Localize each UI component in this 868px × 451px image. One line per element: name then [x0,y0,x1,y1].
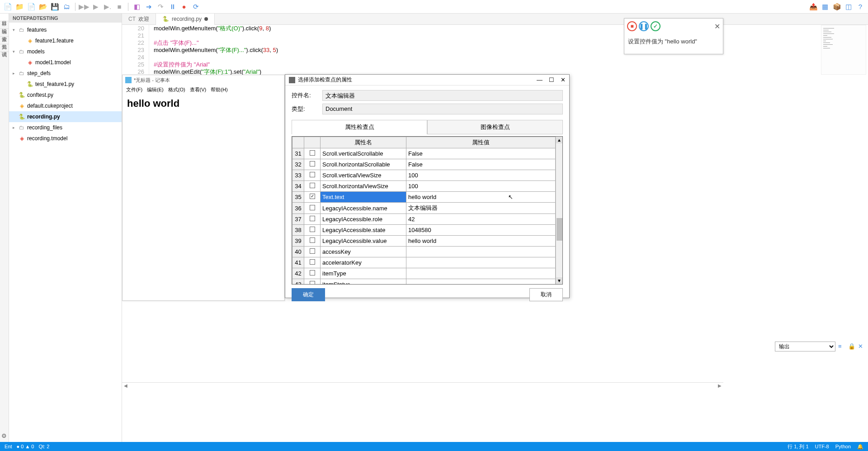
table-row[interactable]: 36LegacyIAccessible.name文本编辑器 [292,203,556,214]
settings-gear-icon[interactable]: ⚙ [0,430,9,442]
property-value-cell[interactable]: False [406,148,556,159]
property-value-cell[interactable] [406,247,556,257]
tree-item[interactable]: ▸🗀step_defs [9,68,122,79]
minimap[interactable]: ▬▬▬▬▬▬▬▬▬▬▬▬▬▬▬▬▬▬▬▬▬▬▬▬▬▬▬▬▬▬▬▬▬▬▬▬▬▬▬▬… [821,25,866,75]
scroll-right-icon[interactable]: ▶ [718,383,722,388]
property-value-cell[interactable] [406,279,556,285]
notepad-menu-help[interactable]: 帮助(H) [211,86,227,93]
table-row[interactable]: 42itemType [292,268,556,279]
row-checkbox-cell[interactable] [304,170,321,181]
table-row[interactable]: 34Scroll.horizontalViewSize100 [292,181,556,192]
recorder-close-icon[interactable]: ✕ [714,22,720,31]
table-row[interactable]: 37LegacyIAccessible.role42 [292,214,556,225]
notepad-menu-format[interactable]: 格式(O) [168,86,185,93]
new-file-icon[interactable]: 📄 [4,3,12,11]
editor-horizontal-scrollbar[interactable]: ◀ ▶ [122,382,723,389]
property-name-cell[interactable]: Scroll.verticalScrollable [321,148,406,159]
notepad-titlebar[interactable]: *无标题 - 记事本 [123,75,284,85]
property-name-cell[interactable]: itemType [321,268,406,279]
close-icon[interactable]: ✕ [561,76,566,83]
table-row[interactable]: 41acceleratorKey [292,257,556,268]
code-content[interactable]: modelWin.getMenuItem("格式(O)").click(9, 8… [149,25,868,75]
property-name-cell[interactable]: Scroll.horizontalViewSize [321,181,406,192]
property-value-cell[interactable]: 1048580 [406,225,556,236]
row-checkbox-cell[interactable] [304,181,321,192]
property-name-cell[interactable]: itemStatus [321,279,406,285]
tree-item[interactable]: ◈model1.tmodel [9,57,122,68]
property-value-cell[interactable]: 100 [406,181,556,192]
output-lock-icon[interactable]: 🔒 [848,343,855,350]
row-checkbox-cell[interactable] [304,192,321,203]
row-checkbox-cell[interactable] [304,268,321,279]
status-cursor-position[interactable]: 行 1, 列 1 [788,443,808,450]
property-value-cell[interactable]: 文本编辑器 [406,203,556,214]
record-check-icon[interactable]: ✓ [651,21,660,31]
property-value-cell[interactable] [406,268,556,279]
property-name-cell[interactable]: Scroll.verticalViewSize [321,170,406,181]
property-value-cell[interactable]: 100 [406,170,556,181]
vtab[interactable]: 调试 [0,44,9,52]
row-checkbox-cell[interactable] [304,148,321,159]
property-name-cell[interactable]: Scroll.horizontalScrollable [321,159,406,170]
property-value-cell[interactable]: False [406,159,556,170]
stop-gray-icon[interactable]: ■ [115,3,123,11]
upload-icon[interactable]: 📤 [809,3,817,11]
property-value-cell[interactable]: 42 [406,214,556,225]
open-folder-icon[interactable]: 📁 [15,3,24,11]
vtab[interactable]: 其他 [0,37,9,44]
table-row[interactable]: 40accessKey [292,247,556,257]
vtab[interactable]: 编辑 [0,21,9,29]
cancel-button[interactable]: 取消 [529,288,563,301]
output-channel-select[interactable]: 输出 [775,342,835,351]
property-value-cell[interactable]: hello world [406,192,556,203]
row-checkbox-cell[interactable] [304,214,321,225]
property-value-cell[interactable] [406,257,556,268]
checkbox-icon[interactable] [310,150,315,156]
tab-image-checkpoint[interactable]: 图像检查点 [427,120,563,134]
row-checkbox-cell[interactable] [304,159,321,170]
record-pause-icon[interactable]: ❚❚ [639,21,649,31]
row-checkbox-cell[interactable] [304,257,321,268]
layout-icon[interactable]: ◫ [844,3,853,11]
tree-item[interactable]: 🐍recording.py [9,111,122,122]
table-row[interactable]: 35Text.texthello world [292,192,556,203]
row-checkbox-cell[interactable] [304,247,321,257]
row-checkbox-cell[interactable] [304,225,321,236]
output-list-icon[interactable]: ≡ [838,343,845,350]
checkbox-icon[interactable] [310,281,315,285]
table-scrollbar[interactable]: ▲ ▼ [556,137,562,284]
checkbox-icon[interactable] [310,183,315,188]
row-checkbox-cell[interactable] [304,279,321,285]
tree-item[interactable]: ◈default.cukeproject [9,100,122,111]
table-row[interactable]: 39LegacyIAccessible.valuehello world [292,236,556,247]
status-qt[interactable]: Qt: 2 [38,444,49,449]
maximize-icon[interactable]: ☐ [549,76,554,83]
property-name-cell[interactable]: Text.text [321,192,406,203]
scroll-left-icon[interactable]: ◀ [124,383,127,388]
save-icon[interactable]: 💾 [51,3,59,11]
row-checkbox-cell[interactable] [304,203,321,214]
grid-icon[interactable]: ▦ [821,3,829,11]
new-doc-icon[interactable]: 📄 [27,3,35,11]
pause-icon[interactable]: ⏸ [168,3,176,11]
checkbox-icon[interactable] [310,172,315,177]
scroll-down-icon[interactable]: ▼ [556,277,562,284]
tree-item[interactable]: 🐍conftest.py [9,90,122,100]
step-over-icon[interactable]: ➔ [145,3,153,11]
property-name-cell[interactable]: LegacyIAccessible.value [321,236,406,247]
status-encoding[interactable]: UTF-8 [815,444,829,449]
notepad-text-area[interactable]: hello world [123,94,284,113]
save-all-icon[interactable]: 🗂 [62,3,71,11]
row-checkbox-cell[interactable] [304,236,321,247]
output-clear-icon[interactable]: ✕ [858,343,865,350]
code-editor[interactable]: 20212223242526 modelWin.getMenuItem("格式(… [122,25,868,75]
step-icon[interactable]: ◧ [133,3,141,11]
tab-property-checkpoint[interactable]: 属性检查点 [292,120,427,134]
property-name-cell[interactable]: LegacyIAccessible.name [321,203,406,214]
ok-button[interactable]: 确定 [292,288,325,301]
tree-item[interactable]: ◈feature1.feature [9,35,122,46]
dialog-titlebar[interactable]: 选择添加检查点的属性 — ☐ ✕ [285,75,569,85]
property-name-cell[interactable]: LegacyIAccessible.role [321,214,406,225]
table-row[interactable]: 33Scroll.verticalViewSize100 [292,170,556,181]
checkbox-icon[interactable] [310,227,315,232]
